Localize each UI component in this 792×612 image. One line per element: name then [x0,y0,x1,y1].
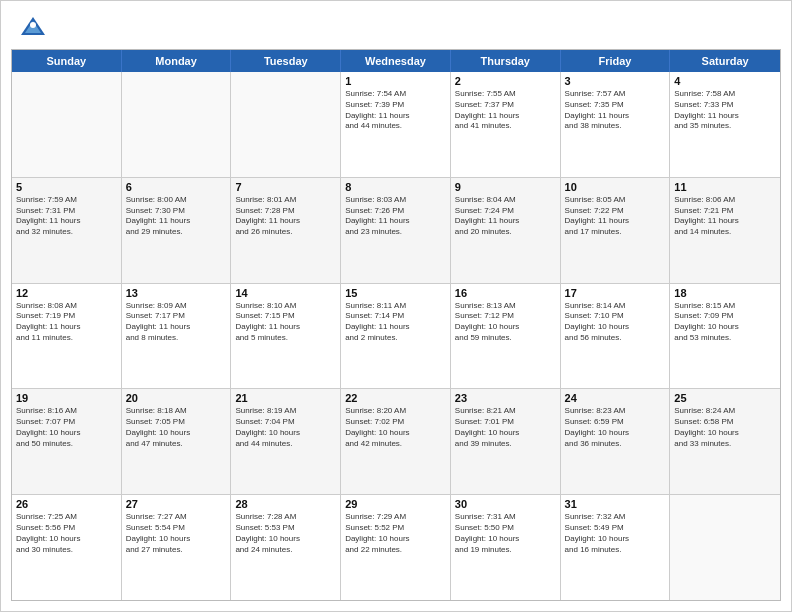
day-info: Sunrise: 8:03 AM Sunset: 7:26 PM Dayligh… [345,195,446,238]
day-info: Sunrise: 8:24 AM Sunset: 6:58 PM Dayligh… [674,406,776,449]
weekday-header-tuesday: Tuesday [231,50,341,72]
day-info: Sunrise: 8:20 AM Sunset: 7:02 PM Dayligh… [345,406,446,449]
calendar-row-4: 19Sunrise: 8:16 AM Sunset: 7:07 PM Dayli… [12,388,780,494]
day-number: 19 [16,392,117,404]
day-info: Sunrise: 7:54 AM Sunset: 7:39 PM Dayligh… [345,89,446,132]
day-info: Sunrise: 8:19 AM Sunset: 7:04 PM Dayligh… [235,406,336,449]
day-info: Sunrise: 8:23 AM Sunset: 6:59 PM Dayligh… [565,406,666,449]
day-cell-14: 14Sunrise: 8:10 AM Sunset: 7:15 PM Dayli… [231,284,341,389]
weekday-header-sunday: Sunday [12,50,122,72]
day-number: 26 [16,498,117,510]
day-cell-5: 5Sunrise: 7:59 AM Sunset: 7:31 PM Daylig… [12,178,122,283]
day-cell-7: 7Sunrise: 8:01 AM Sunset: 7:28 PM Daylig… [231,178,341,283]
day-cell-23: 23Sunrise: 8:21 AM Sunset: 7:01 PM Dayli… [451,389,561,494]
day-cell-27: 27Sunrise: 7:27 AM Sunset: 5:54 PM Dayli… [122,495,232,600]
day-info: Sunrise: 8:04 AM Sunset: 7:24 PM Dayligh… [455,195,556,238]
day-cell-29: 29Sunrise: 7:29 AM Sunset: 5:52 PM Dayli… [341,495,451,600]
day-number: 31 [565,498,666,510]
day-info: Sunrise: 8:10 AM Sunset: 7:15 PM Dayligh… [235,301,336,344]
day-number: 23 [455,392,556,404]
empty-cell-r0c0 [12,72,122,177]
day-info: Sunrise: 8:05 AM Sunset: 7:22 PM Dayligh… [565,195,666,238]
day-cell-18: 18Sunrise: 8:15 AM Sunset: 7:09 PM Dayli… [670,284,780,389]
day-number: 8 [345,181,446,193]
day-number: 13 [126,287,227,299]
day-cell-15: 15Sunrise: 8:11 AM Sunset: 7:14 PM Dayli… [341,284,451,389]
day-cell-6: 6Sunrise: 8:00 AM Sunset: 7:30 PM Daylig… [122,178,232,283]
day-cell-19: 19Sunrise: 8:16 AM Sunset: 7:07 PM Dayli… [12,389,122,494]
day-number: 5 [16,181,117,193]
empty-cell-r0c1 [122,72,232,177]
day-cell-11: 11Sunrise: 8:06 AM Sunset: 7:21 PM Dayli… [670,178,780,283]
day-cell-3: 3Sunrise: 7:57 AM Sunset: 7:35 PM Daylig… [561,72,671,177]
day-info: Sunrise: 7:31 AM Sunset: 5:50 PM Dayligh… [455,512,556,555]
day-number: 17 [565,287,666,299]
day-cell-17: 17Sunrise: 8:14 AM Sunset: 7:10 PM Dayli… [561,284,671,389]
day-cell-2: 2Sunrise: 7:55 AM Sunset: 7:37 PM Daylig… [451,72,561,177]
day-cell-30: 30Sunrise: 7:31 AM Sunset: 5:50 PM Dayli… [451,495,561,600]
day-cell-9: 9Sunrise: 8:04 AM Sunset: 7:24 PM Daylig… [451,178,561,283]
weekday-header-friday: Friday [561,50,671,72]
day-number: 24 [565,392,666,404]
day-info: Sunrise: 8:16 AM Sunset: 7:07 PM Dayligh… [16,406,117,449]
day-number: 20 [126,392,227,404]
calendar: SundayMondayTuesdayWednesdayThursdayFrid… [11,49,781,601]
day-number: 21 [235,392,336,404]
day-info: Sunrise: 8:21 AM Sunset: 7:01 PM Dayligh… [455,406,556,449]
day-number: 2 [455,75,556,87]
day-info: Sunrise: 8:08 AM Sunset: 7:19 PM Dayligh… [16,301,117,344]
day-info: Sunrise: 7:59 AM Sunset: 7:31 PM Dayligh… [16,195,117,238]
day-info: Sunrise: 8:18 AM Sunset: 7:05 PM Dayligh… [126,406,227,449]
page: SundayMondayTuesdayWednesdayThursdayFrid… [0,0,792,612]
weekday-header-thursday: Thursday [451,50,561,72]
day-number: 25 [674,392,776,404]
day-info: Sunrise: 7:25 AM Sunset: 5:56 PM Dayligh… [16,512,117,555]
day-cell-22: 22Sunrise: 8:20 AM Sunset: 7:02 PM Dayli… [341,389,451,494]
day-info: Sunrise: 8:06 AM Sunset: 7:21 PM Dayligh… [674,195,776,238]
day-info: Sunrise: 8:14 AM Sunset: 7:10 PM Dayligh… [565,301,666,344]
day-cell-12: 12Sunrise: 8:08 AM Sunset: 7:19 PM Dayli… [12,284,122,389]
day-cell-8: 8Sunrise: 8:03 AM Sunset: 7:26 PM Daylig… [341,178,451,283]
weekday-header-wednesday: Wednesday [341,50,451,72]
day-cell-1: 1Sunrise: 7:54 AM Sunset: 7:39 PM Daylig… [341,72,451,177]
day-number: 22 [345,392,446,404]
day-number: 16 [455,287,556,299]
day-cell-31: 31Sunrise: 7:32 AM Sunset: 5:49 PM Dayli… [561,495,671,600]
logo [19,13,51,41]
logo-icon [19,13,47,41]
day-info: Sunrise: 7:58 AM Sunset: 7:33 PM Dayligh… [674,89,776,132]
day-number: 9 [455,181,556,193]
day-info: Sunrise: 8:09 AM Sunset: 7:17 PM Dayligh… [126,301,227,344]
weekday-header-monday: Monday [122,50,232,72]
day-info: Sunrise: 7:29 AM Sunset: 5:52 PM Dayligh… [345,512,446,555]
day-number: 27 [126,498,227,510]
day-number: 1 [345,75,446,87]
day-info: Sunrise: 7:57 AM Sunset: 7:35 PM Dayligh… [565,89,666,132]
day-cell-28: 28Sunrise: 7:28 AM Sunset: 5:53 PM Dayli… [231,495,341,600]
day-cell-4: 4Sunrise: 7:58 AM Sunset: 7:33 PM Daylig… [670,72,780,177]
day-info: Sunrise: 8:13 AM Sunset: 7:12 PM Dayligh… [455,301,556,344]
day-cell-26: 26Sunrise: 7:25 AM Sunset: 5:56 PM Dayli… [12,495,122,600]
day-number: 10 [565,181,666,193]
svg-point-3 [30,22,36,28]
calendar-body: 1Sunrise: 7:54 AM Sunset: 7:39 PM Daylig… [12,72,780,600]
day-cell-16: 16Sunrise: 8:13 AM Sunset: 7:12 PM Dayli… [451,284,561,389]
day-cell-20: 20Sunrise: 8:18 AM Sunset: 7:05 PM Dayli… [122,389,232,494]
day-number: 14 [235,287,336,299]
day-cell-10: 10Sunrise: 8:05 AM Sunset: 7:22 PM Dayli… [561,178,671,283]
day-info: Sunrise: 7:28 AM Sunset: 5:53 PM Dayligh… [235,512,336,555]
day-cell-25: 25Sunrise: 8:24 AM Sunset: 6:58 PM Dayli… [670,389,780,494]
day-number: 15 [345,287,446,299]
calendar-row-1: 1Sunrise: 7:54 AM Sunset: 7:39 PM Daylig… [12,72,780,177]
empty-cell-r0c2 [231,72,341,177]
day-number: 30 [455,498,556,510]
day-info: Sunrise: 8:11 AM Sunset: 7:14 PM Dayligh… [345,301,446,344]
day-info: Sunrise: 8:15 AM Sunset: 7:09 PM Dayligh… [674,301,776,344]
empty-cell-r4c6 [670,495,780,600]
day-number: 6 [126,181,227,193]
calendar-row-3: 12Sunrise: 8:08 AM Sunset: 7:19 PM Dayli… [12,283,780,389]
day-info: Sunrise: 7:32 AM Sunset: 5:49 PM Dayligh… [565,512,666,555]
calendar-row-2: 5Sunrise: 7:59 AM Sunset: 7:31 PM Daylig… [12,177,780,283]
day-info: Sunrise: 8:01 AM Sunset: 7:28 PM Dayligh… [235,195,336,238]
day-number: 18 [674,287,776,299]
